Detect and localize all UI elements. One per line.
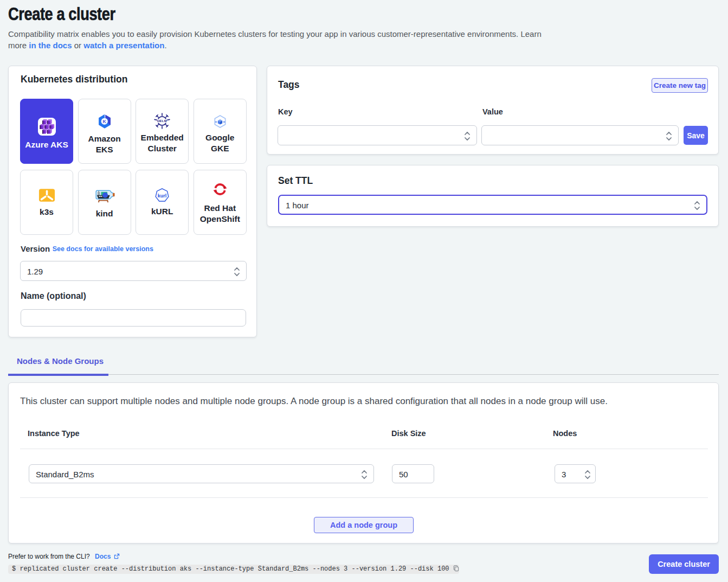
svg-text:K: K bbox=[102, 119, 106, 124]
svg-text:kurl: kurl bbox=[158, 193, 166, 199]
svg-text:HELM: HELM bbox=[157, 119, 167, 123]
